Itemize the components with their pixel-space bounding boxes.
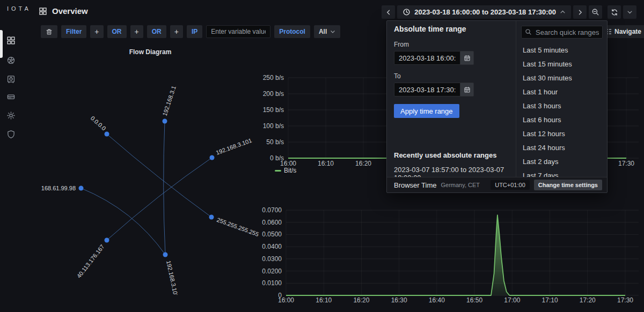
delete-filter-button[interactable] <box>41 25 57 38</box>
legend-swatch <box>275 170 281 172</box>
quick-range-item[interactable]: Last 1 hour <box>516 85 607 99</box>
y-axis-tick: 0.0400 <box>262 243 282 250</box>
ip-button[interactable]: IP <box>187 25 202 38</box>
refresh-button[interactable] <box>608 5 621 19</box>
x-axis-tick: 17:10 <box>542 296 558 304</box>
flow-node[interactable] <box>105 132 109 137</box>
quick-range-item[interactable]: Last 12 hours <box>516 127 607 141</box>
time-range-back-button[interactable] <box>382 5 395 19</box>
protocol-all-select[interactable]: All <box>314 25 340 38</box>
x-axis-tick: 16:40 <box>429 296 445 304</box>
filter-button[interactable]: Filter <box>61 25 86 38</box>
server-icon <box>6 92 16 101</box>
flow-node-label: 255.255.255.255 <box>216 217 260 238</box>
add-filter-button[interactable]: + <box>90 25 103 38</box>
flow-node-label: 192.168.3.102 <box>165 260 179 295</box>
quick-range-item[interactable]: Last 15 minutes <box>516 57 607 71</box>
clock-icon <box>402 8 411 16</box>
time-range-picker-button[interactable]: 2023-03-18 16:00:00 to 2023-03-18 17:30:… <box>397 5 571 19</box>
zoom-out-icon <box>591 8 599 16</box>
absolute-range-title: Absolute time range <box>394 25 517 33</box>
x-axis-tick: 17:30 <box>617 296 633 304</box>
x-axis-tick: 16:10 <box>318 160 334 167</box>
zoom-out-button[interactable] <box>589 5 602 19</box>
calendar-icon <box>464 86 471 93</box>
flow-edge <box>107 158 212 240</box>
x-axis-tick: 17:20 <box>580 296 596 304</box>
quick-ranges-search-input[interactable] <box>521 26 603 39</box>
flow-node-label: 40.113.176.167 <box>76 243 106 279</box>
x-axis-tick: 16:50 <box>466 296 482 304</box>
y-axis-tick: 0.0100 <box>262 279 282 287</box>
time-picker-dropdown: Absolute time range From To <box>386 20 608 193</box>
time-range-text: 2023-03-18 16:00:00 to 2023-03-18 17:30:… <box>414 8 556 16</box>
sidebar-item-shield[interactable] <box>0 124 21 144</box>
to-calendar-button[interactable] <box>460 83 474 96</box>
sidebar-item-vault[interactable] <box>0 69 21 88</box>
y-axis-tick: 0.0500 <box>262 231 282 238</box>
time-range-forward-button[interactable] <box>573 5 587 19</box>
flow-node[interactable] <box>210 155 215 160</box>
chevron-down-icon <box>627 9 633 15</box>
flow-node-label: 168.61.99.98 <box>41 185 76 191</box>
legend-label[interactable]: Bit/s <box>284 167 296 174</box>
y-axis-tick: 200 b/s <box>263 90 284 98</box>
sidebar-item-apps-grid[interactable] <box>0 31 21 50</box>
breadcrumb: Overview <box>39 6 88 16</box>
variable-value-input[interactable] <box>206 25 270 38</box>
x-axis-tick: 16:20 <box>353 296 369 304</box>
y-axis-tick: 0.0700 <box>262 206 282 214</box>
add-or-button-1[interactable]: + <box>130 25 143 38</box>
time-picker-footer: Browser Time Germany, CET UTC+01:00 Chan… <box>387 177 607 192</box>
browser-time-label: Browser Time <box>394 181 436 189</box>
quick-range-item[interactable]: Last 6 hours <box>516 113 607 127</box>
sidebar-item-server[interactable] <box>0 87 21 106</box>
add-or-button-2[interactable]: + <box>170 25 183 38</box>
to-input[interactable] <box>394 83 460 96</box>
variables-toolbar: Filter + OR + OR + IP Protocol All <box>41 25 340 38</box>
x-axis-tick: 16:00 <box>280 160 296 167</box>
sidebar-item-shutter[interactable] <box>0 50 21 70</box>
quick-range-item[interactable]: Last 2 days <box>516 155 607 169</box>
flow-node[interactable] <box>209 215 214 220</box>
flow-node[interactable] <box>163 252 168 257</box>
from-calendar-button[interactable] <box>460 51 474 65</box>
quick-range-item[interactable]: Last 7 days <box>516 169 607 177</box>
quick-range-item[interactable]: Last 24 hours <box>516 141 607 155</box>
x-axis-tick: 16:30 <box>391 296 407 304</box>
flow-edge <box>164 121 165 255</box>
protocol-button[interactable]: Protocol <box>274 25 310 38</box>
sidebar-item-gear[interactable] <box>0 106 21 125</box>
flow-node-label: 192.168.3.1 <box>161 85 177 117</box>
recent-ranges-title: Recently used absolute ranges <box>394 151 517 159</box>
x-axis-tick: 16:00 <box>278 296 294 304</box>
trash-icon <box>46 28 53 35</box>
x-axis-tick: 16:20 <box>355 160 371 167</box>
quick-range-item[interactable]: Last 3 hours <box>516 99 607 113</box>
quick-ranges-section: Last 5 minutesLast 15 minutesLast 30 min… <box>516 21 607 177</box>
refresh-interval-select[interactable] <box>623 5 636 19</box>
change-time-settings-button[interactable]: Change time settings <box>534 180 602 190</box>
flow-diagram: 0.0.0.0192.168.3.1192.168.3.101168.61.99… <box>21 43 262 295</box>
shutter-icon <box>6 56 16 65</box>
navigate-button[interactable]: Navigate <box>601 25 644 38</box>
quick-range-item[interactable]: Last 5 minutes <box>516 43 607 57</box>
or-button-2[interactable]: OR <box>147 25 166 38</box>
quick-range-item[interactable]: Last 30 minutes <box>516 71 607 85</box>
flows-chart: 00.01000.02000.03000.04000.05000.06000.0… <box>262 206 644 312</box>
flow-node[interactable] <box>105 238 109 243</box>
browser-timezone: Germany, CET <box>441 182 480 188</box>
quick-ranges-list: Last 5 minutesLast 15 minutesLast 30 min… <box>516 43 607 177</box>
flow-node[interactable] <box>163 119 167 124</box>
chevron-down-icon <box>330 29 335 34</box>
app-logo: IOTA <box>7 5 31 12</box>
refresh-icon <box>611 9 618 16</box>
gear-icon <box>6 111 16 120</box>
navigate-label: Navigate <box>614 28 641 35</box>
or-button-1[interactable]: OR <box>107 25 127 38</box>
to-label: To <box>394 72 517 80</box>
from-input[interactable] <box>394 51 460 65</box>
y-axis-tick: 0.0600 <box>262 219 282 226</box>
apply-time-range-button[interactable]: Apply time range <box>394 104 459 118</box>
flow-node[interactable] <box>79 186 84 191</box>
